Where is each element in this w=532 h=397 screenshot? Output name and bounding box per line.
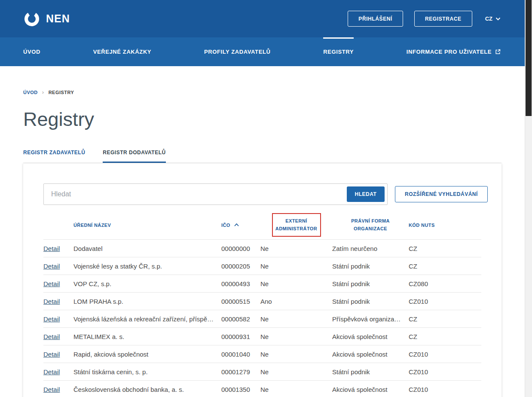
breadcrumb: ÚVOD › REGISTRY [23, 89, 525, 95]
cell-legal-form: Akciová společnost [332, 386, 409, 393]
registry-panel: HLEDAT ROZŠÍŘENÉ VYHLEDÁVÁNÍ ÚŘEDNÍ NÁZE… [23, 163, 501, 397]
cell-legal-form: Státní podnik [332, 263, 409, 270]
cell-ico: 00000582 [221, 315, 260, 323]
ico-header-label: IČO [221, 223, 230, 228]
search-box: HLEDAT [43, 183, 388, 205]
cell-ico: 00000931 [221, 333, 260, 340]
breadcrumb-current: REGISTRY [49, 90, 74, 95]
nav-item-informace-label: INFORMACE PRO UŽIVATELE [407, 49, 492, 55]
chevron-down-icon [495, 17, 501, 21]
nav-item-profily-zadavatelu[interactable]: PROFILY ZADAVATELŮ [204, 37, 271, 66]
detail-link[interactable]: Detail [43, 368, 60, 376]
cell-nuts: CZ [409, 315, 481, 323]
login-button[interactable]: PŘIHLÁŠENÍ [348, 11, 403, 27]
cell-ext-admin: Ne [260, 315, 332, 323]
cell-official-name: Rapid, akciová společnost [73, 351, 221, 358]
nav-item-verejne-zakazky[interactable]: VEŘEJNÉ ZAKÁZKY [93, 37, 151, 66]
cell-ico: 00000000 [221, 245, 260, 252]
cell-nuts: CZ010 [409, 368, 481, 376]
externi-administrator-highlight-box: EXTERNÍ ADMINISTRÁTOR [272, 213, 321, 237]
brand-name: NEN [46, 12, 70, 25]
cell-ico: 00000205 [221, 263, 260, 270]
column-header-externi-administrator[interactable]: EXTERNÍ ADMINISTRÁTOR [275, 218, 317, 231]
cell-legal-form: Státní podnik [332, 280, 409, 287]
column-header-kod-nuts[interactable]: KÓD NUTS [409, 223, 481, 228]
cell-nuts: CZ [409, 263, 481, 270]
detail-link[interactable]: Detail [43, 298, 60, 305]
nav-item-uvod[interactable]: ÚVOD [23, 37, 40, 66]
cell-legal-form: Státní podnik [332, 368, 409, 376]
cell-legal-form: Státní podnik [332, 298, 409, 305]
cell-nuts: CZ010 [409, 386, 481, 393]
detail-link[interactable]: Detail [43, 333, 60, 340]
cell-ico: 00001040 [221, 351, 260, 358]
table-row: Detail Československá obchodní banka, a.… [43, 380, 481, 397]
table-row: Detail Státní tiskárna cenin, s. p. 0000… [43, 363, 481, 380]
top-header: NEN PŘIHLÁŠENÍ REGISTRACE CZ [0, 0, 525, 37]
tab-registr-zadavatelu[interactable]: REGISTR ZADAVATELŮ [23, 150, 85, 163]
cell-ico: 00000493 [221, 280, 260, 287]
language-label: CZ [485, 15, 492, 22]
nav-item-informace-pro-uzivatele[interactable]: INFORMACE PRO UŽIVATELE [407, 37, 501, 66]
detail-link[interactable]: Detail [43, 245, 60, 252]
external-link-icon [495, 49, 501, 55]
detail-link[interactable]: Detail [43, 386, 60, 393]
detail-link[interactable]: Detail [43, 351, 60, 358]
brand[interactable]: NEN [23, 10, 70, 27]
advanced-search-button[interactable]: ROZŠÍŘENÉ VYHLEDÁVÁNÍ [395, 186, 488, 202]
table-row: Detail METALIMEX a. s. 00000931 Ne Akcio… [43, 327, 481, 345]
cell-legal-form: Akciová společnost [332, 351, 409, 358]
cell-nuts: CZ010 [409, 298, 481, 305]
table-header: ÚŘEDNÍ NÁZEV IČO EXTERNÍ ADMINISTRÁTOR P… [43, 211, 481, 239]
scrollbar[interactable] [525, 0, 532, 397]
cell-official-name: METALIMEX a. s. [73, 333, 221, 340]
cell-ico: 00001350 [221, 386, 260, 393]
cell-ext-admin: Ne [260, 263, 332, 270]
tab-registr-dodavatelu[interactable]: REGISTR DODAVATELŮ [103, 150, 165, 163]
cell-nuts: CZ080 [409, 280, 481, 287]
search-row: HLEDAT ROZŠÍŘENÉ VYHLEDÁVÁNÍ [43, 183, 481, 205]
tab-bar: REGISTR ZADAVATELŮ REGISTR DODAVATELŮ [23, 150, 501, 163]
detail-link[interactable]: Detail [43, 315, 60, 323]
cell-nuts: CZ [409, 333, 481, 340]
cell-official-name: Československá obchodní banka, a. s. [73, 386, 221, 393]
cell-legal-form: Akciová společnost [332, 333, 409, 340]
nen-logo-icon [23, 10, 40, 27]
table-row: Detail Dodavatel 00000000 Ne Zatím neurč… [43, 239, 481, 257]
table-row: Detail Vojenské lesy a statky ČR, s.p. 0… [43, 257, 481, 275]
column-header-pravni-forma[interactable]: PRÁVNÍ FORMA ORGANIZACE [349, 217, 392, 232]
cell-official-name: Vojenská lázeňská a rekreační zařízení, … [73, 315, 221, 323]
search-button[interactable]: HLEDAT [347, 186, 385, 202]
cell-ext-admin: Ano [260, 298, 332, 305]
cell-ico: 00000515 [221, 298, 260, 305]
sort-ascending-icon[interactable] [234, 223, 239, 226]
register-button[interactable]: REGISTRACE [414, 11, 472, 27]
column-header-ico[interactable]: IČO [221, 223, 260, 228]
table-body: Detail Dodavatel 00000000 Ne Zatím neurč… [43, 239, 481, 397]
scrollbar-thumb[interactable] [526, 0, 532, 116]
cell-official-name: LOM PRAHA s.p. [73, 298, 221, 305]
table-row: Detail Vojenská lázeňská a rekreační zař… [43, 310, 481, 327]
search-input[interactable] [43, 183, 388, 205]
cell-nuts: CZ [409, 245, 481, 252]
cell-official-name: Vojenské lesy a statky ČR, s.p. [73, 263, 221, 270]
cell-legal-form: Příspěvková organiza… [332, 315, 409, 323]
cell-official-name: Státní tiskárna cenin, s. p. [73, 368, 221, 376]
page-title: Registry [23, 108, 525, 131]
table-row: Detail Rapid, akciová společnost 0000104… [43, 345, 481, 363]
cell-ico: 00001279 [221, 368, 260, 376]
breadcrumb-home[interactable]: ÚVOD [23, 90, 38, 95]
cell-ext-admin: Ne [260, 368, 332, 376]
cell-nuts: CZ010 [409, 351, 481, 358]
detail-link[interactable]: Detail [43, 280, 60, 287]
language-selector[interactable]: CZ [485, 15, 501, 22]
breadcrumb-separator-icon: › [42, 89, 44, 95]
cell-ext-admin: Ne [260, 333, 332, 340]
table-row: Detail VOP CZ, s.p. 00000493 Ne Státní p… [43, 275, 481, 292]
column-header-uredni-nazev[interactable]: ÚŘEDNÍ NÁZEV [73, 223, 221, 228]
column-header-pravni-forma-wrap: PRÁVNÍ FORMA ORGANIZACE [332, 217, 409, 232]
detail-link[interactable]: Detail [43, 263, 60, 270]
column-header-ext-admin-wrap: EXTERNÍ ADMINISTRÁTOR [260, 213, 332, 237]
nav-item-registry[interactable]: REGISTRY [323, 37, 354, 66]
cell-legal-form: Zatím neurčeno [332, 245, 409, 252]
